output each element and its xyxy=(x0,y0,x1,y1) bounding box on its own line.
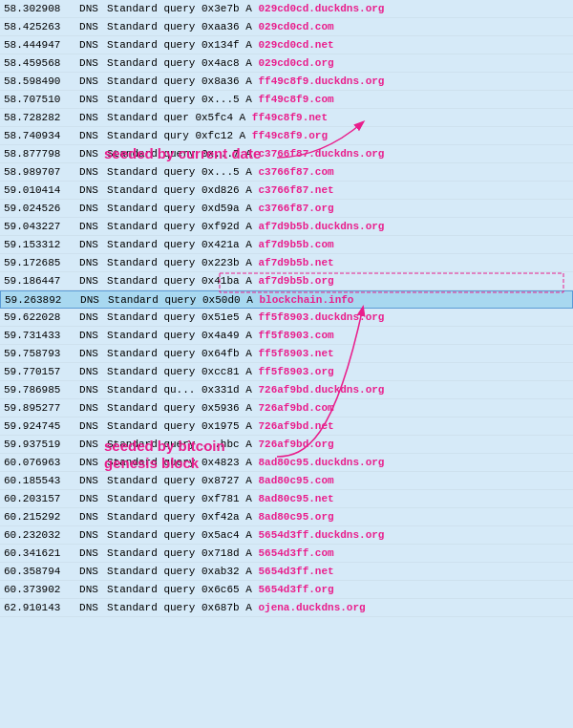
dest-highlight: c3766f87.com xyxy=(258,166,333,178)
cell-info: Standard query 0x134f A 029cd0cd.net xyxy=(107,39,571,51)
cell-info: Standard query 0x5ac4 A 5654d3ff.duckdns… xyxy=(107,529,571,541)
table-row: 59.924745DNSStandard query 0x1975 A 726a… xyxy=(0,418,573,436)
table-row: 59.895277DNSStandard query 0x5936 A 726a… xyxy=(0,399,573,418)
cell-info: Standard query 0xcc81 A ff5f8903.org xyxy=(107,366,571,377)
cell-proto: DNS xyxy=(71,21,107,32)
table-row: 59.263892DNSStandard query 0x50d0 A bloc… xyxy=(0,290,573,309)
cell-info: Standard query 0x4a49 A ff5f8903.com xyxy=(107,330,571,341)
dest-highlight: 029cd0cd.com xyxy=(258,21,333,32)
cell-proto: DNS xyxy=(71,257,107,268)
cell-proto: DNS xyxy=(71,148,107,160)
cell-time: 59.770157 xyxy=(2,366,71,377)
cell-info: Standard query 0xf42a A 8ad80c95.org xyxy=(107,511,571,523)
cell-time: 59.895277 xyxy=(2,402,71,414)
cell-time: 58.877798 xyxy=(2,148,71,160)
table-row: 58.877798DNSStandard query 0x...7 A c376… xyxy=(0,145,573,163)
cell-time: 58.425263 xyxy=(2,21,71,32)
cell-proto: DNS xyxy=(71,493,107,504)
cell-proto: DNS xyxy=(71,184,107,196)
cell-proto: DNS xyxy=(71,475,107,486)
table-row: 59.172685DNSStandard query 0x223b A af7d… xyxy=(0,254,573,272)
current-date-annotation: seeded by current date xyxy=(104,145,261,162)
table-row: 60.076963DNSStandard query 0x4823 A 8ad8… xyxy=(0,454,573,472)
table-row: 58.598490DNSStandard query 0x8a36 A ff49… xyxy=(0,73,573,91)
dest-highlight: 8ad80c95.org xyxy=(258,511,333,523)
table-row: 60.341621DNSStandard query 0x718d A 5654… xyxy=(0,545,573,563)
cell-proto: DNS xyxy=(71,348,107,359)
cell-proto: DNS xyxy=(71,420,107,432)
dest-highlight: 8ad80c95.com xyxy=(258,475,333,486)
cell-time: 59.186447 xyxy=(2,275,71,287)
table-row: 59.010414DNSStandard query 0xd826 A c376… xyxy=(0,182,573,200)
cell-info: Standard quer 0x5fc4 A ff49c8f9.net xyxy=(107,112,571,123)
cell-info: Standard query 0x1975 A 726af9bd.net xyxy=(107,420,571,432)
cell-time: 59.172685 xyxy=(2,257,71,268)
dest-highlight: c3766f87.net xyxy=(258,184,333,196)
table-row: 58.728282DNSStandard quer 0x5fc4 A ff49c… xyxy=(0,109,573,127)
dest-highlight: 726af9bd.duckdns.org xyxy=(258,384,384,396)
cell-proto: DNS xyxy=(71,75,107,87)
table-row: 58.444947DNSStandard query 0x134f A 029c… xyxy=(0,36,573,54)
dest-highlight: ff5f8903.org xyxy=(258,366,333,377)
cell-time: 59.924745 xyxy=(2,420,71,432)
cell-time: 58.989707 xyxy=(2,166,71,178)
cell-proto: DNS xyxy=(71,166,107,178)
dest-highlight: ff5f8903.com xyxy=(258,330,333,341)
dest-highlight: c3766f87.org xyxy=(258,203,333,214)
cell-proto: DNS xyxy=(71,94,107,105)
cell-time: 60.341621 xyxy=(2,547,71,559)
cell-info: Standard query 0x5936 A 726af9bd.com xyxy=(107,402,571,414)
table-row: 60.232032DNSStandard query 0x5ac4 A 5654… xyxy=(0,526,573,545)
cell-info: Standard query 0x8a36 A ff49c8f9.duckdns… xyxy=(107,75,571,87)
cell-time: 59.622028 xyxy=(2,311,71,323)
dest-highlight: 029cd0cd.net xyxy=(258,39,333,51)
dest-highlight: ff49c8f9.duckdns.org xyxy=(258,75,384,87)
cell-info: Standard query 0x51e5 A ff5f8903.duckdns… xyxy=(107,311,571,323)
dest-highlight: ff49c8f9.net xyxy=(252,112,328,123)
cell-time: 60.185543 xyxy=(2,475,71,486)
table-row: 60.215292DNSStandard query 0xf42a A 8ad8… xyxy=(0,508,573,526)
dest-highlight: ff5f8903.duckdns.org xyxy=(258,311,384,323)
table-row: 58.989707DNSStandard query 0x...5 A c376… xyxy=(0,163,573,182)
cell-info: Standard query 0x3e7b A 029cd0cd.duckdns… xyxy=(107,3,571,14)
dest-highlight: 029cd0cd.duckdns.org xyxy=(258,3,384,14)
cell-proto: DNS xyxy=(71,584,107,595)
cell-time: 60.076963 xyxy=(2,457,71,468)
dest-highlight: ff49c8f9.org xyxy=(252,130,328,141)
cell-info: Standard query 0x64fb A ff5f8903.net xyxy=(107,348,571,359)
dest-highlight: 5654d3ff.org xyxy=(258,584,333,595)
dest-highlight: 5654d3ff.com xyxy=(258,547,333,559)
cell-time: 60.203157 xyxy=(2,493,71,504)
dest-highlight: 5654d3ff.net xyxy=(258,566,333,577)
cell-time: 58.444947 xyxy=(2,39,71,51)
table-row: 59.024526DNSStandard query 0xd59a A c376… xyxy=(0,200,573,218)
table-row: 59.153312DNSStandard query 0x421a A af7d… xyxy=(0,236,573,254)
cell-time: 58.707510 xyxy=(2,94,71,105)
dest-highlight: 029cd0cd.org xyxy=(258,57,333,69)
cell-info: Standard query 0x...5 A c3766f87.com xyxy=(107,166,571,178)
cell-time: 59.758793 xyxy=(2,348,71,359)
table-row: 59.937519DNSStandard query ...hbc A 726a… xyxy=(0,436,573,454)
cell-info: Standard query 0xd59a A c3766f87.org xyxy=(107,203,571,214)
cell-info: Standard query 0x421a A af7d9b5b.com xyxy=(107,239,571,250)
cell-info: Standard qury 0xfc12 A ff49c8f9.org xyxy=(107,130,571,141)
cell-time: 59.731433 xyxy=(2,330,71,341)
dest-highlight: 726af9bd.org xyxy=(258,439,333,450)
cell-proto: DNS xyxy=(71,384,107,396)
cell-info: Standard query 0x223b A af7d9b5b.net xyxy=(107,257,571,268)
table-row: 59.622028DNSStandard query 0x51e5 A ff5f… xyxy=(0,309,573,327)
table-row: 58.459568DNSStandard query 0x4ac8 A 029c… xyxy=(0,54,573,73)
cell-proto: DNS xyxy=(71,221,107,232)
bitcoin-annotation: seeded by bitcoin genesis block xyxy=(104,438,225,472)
cell-time: 58.728282 xyxy=(2,112,71,123)
table-row: 60.358794DNSStandard query 0xab32 A 5654… xyxy=(0,563,573,581)
cell-time: 59.153312 xyxy=(2,239,71,250)
table-row: 59.786985DNSStandard qu... 0x331d A 726a… xyxy=(0,381,573,399)
cell-info: Standard query 0xf92d A af7d9b5b.duckdns… xyxy=(107,221,571,232)
cell-proto: DNS xyxy=(71,402,107,414)
dest-highlight: 8ad80c95.duckdns.org xyxy=(258,457,384,468)
cell-info: Standard query 0x50d0 A blockchain.info xyxy=(108,294,570,306)
cell-time: 58.740934 xyxy=(2,130,71,141)
cell-proto: DNS xyxy=(71,275,107,287)
cell-info: Standard query 0x687b A ojena.duckdns.or… xyxy=(107,602,571,613)
